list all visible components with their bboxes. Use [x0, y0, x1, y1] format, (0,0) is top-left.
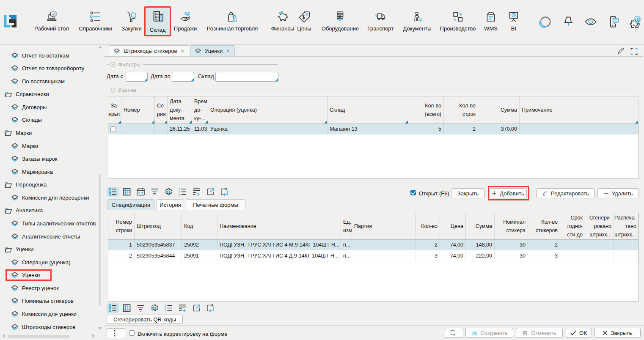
svg-text:3: 3	[165, 310, 166, 313]
svg-text:3: 3	[179, 193, 180, 196]
